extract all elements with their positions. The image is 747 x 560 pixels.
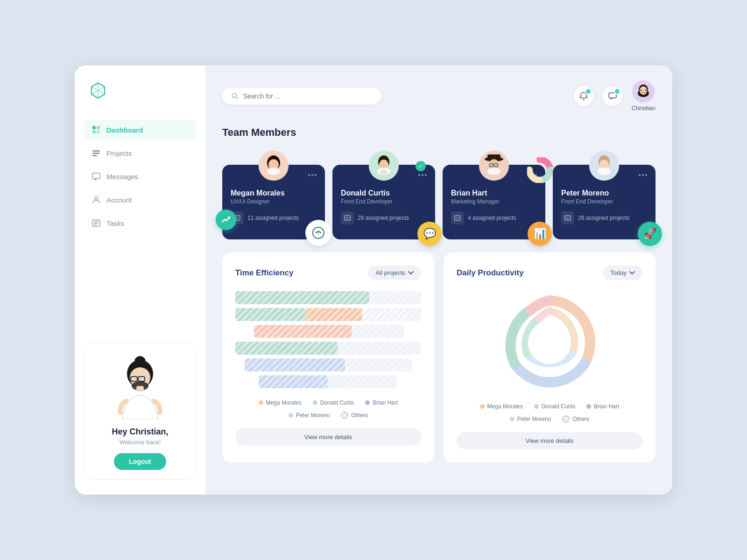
brian-projects: 4 assigned projects [451, 211, 537, 224]
svg-rect-44 [494, 164, 498, 167]
brian-chart-decoration [527, 157, 553, 185]
daily-productivity-card: Daily Productivity Today [444, 252, 655, 462]
svg-rect-43 [489, 164, 493, 167]
project-icon [561, 211, 574, 224]
svg-point-42 [487, 168, 500, 175]
charts-row: Time Efficiency All projects [222, 252, 655, 462]
messages-button[interactable] [603, 86, 622, 106]
svg-point-51 [528, 321, 571, 364]
svg-rect-7 [92, 173, 100, 179]
notification-badge [585, 88, 592, 95]
megan-projects: 11 assigned projects [231, 211, 317, 224]
peter-emoji: 🚀 [638, 222, 662, 246]
prod-legend-brian: Brian Hart [586, 403, 619, 410]
time-efficiency-header: Time Efficiency All projects [235, 266, 421, 280]
search-input[interactable] [243, 92, 372, 100]
user-name-header: Christian [632, 105, 655, 112]
svg-point-29 [267, 168, 280, 175]
logout-button[interactable]: Logout [114, 453, 166, 470]
notifications-button[interactable] [574, 86, 593, 106]
donald-avatar [369, 151, 399, 181]
legend-megan: Mega Morales [259, 399, 302, 406]
svg-point-25 [645, 90, 647, 91]
svg-rect-17 [136, 386, 144, 392]
peter-avatar [589, 151, 619, 181]
search-icon [232, 92, 239, 100]
daily-productivity-view-more[interactable]: View more details [457, 432, 642, 449]
donald-role: Front End Developer [341, 198, 427, 205]
brian-emoji: 📊 [528, 222, 552, 246]
search-bar[interactable] [222, 88, 381, 105]
prod-legend-megan: Mega Morales [480, 403, 523, 410]
peter-name: Peter Moreno [561, 189, 647, 197]
peter-project-count: 28 assigned projects [578, 215, 629, 221]
legend-brian: Brian Hart [365, 399, 398, 406]
svg-rect-0 [92, 126, 96, 129]
brian-avatar [479, 151, 509, 181]
legend-donald: Donald Curtis [313, 399, 354, 406]
sidebar-item-projects[interactable]: Projects [84, 143, 196, 163]
nav-menu: Dashboard Projects [84, 119, 196, 233]
brian-role: Marketing Manager [451, 198, 537, 205]
donald-emoji: 💬 [417, 222, 442, 246]
sidebar-item-account[interactable]: Account [84, 189, 196, 210]
megan-project-count: 11 assigned projects [247, 215, 299, 221]
svg-point-8 [95, 197, 98, 200]
user-avatar [632, 80, 655, 103]
member-card-donald: ✓ Donald Curtis Front End Developer 28 a… [332, 165, 435, 239]
account-label: Account [106, 196, 132, 204]
daily-productivity-filter[interactable]: Today [603, 266, 642, 280]
messages-badge [614, 88, 620, 95]
daily-productivity-legend: Mega Morales Donald Curtis Brian Hart Pe… [457, 403, 642, 423]
time-efficiency-legend: Mega Morales Donald Curtis Brian Hart Pe… [235, 399, 421, 419]
messages-label: Messages [106, 173, 138, 181]
svg-rect-2 [92, 130, 96, 133]
sidebar-item-dashboard[interactable]: Dashboard [84, 119, 196, 140]
member-card-brian: Brian Hart Marketing Manager 4 assigned … [443, 165, 545, 239]
svg-rect-5 [92, 153, 100, 154]
user-welcome-text: Welcome back! [92, 439, 188, 446]
donald-projects: 28 assigned projects [341, 211, 427, 224]
donald-checkmark: ✓ [416, 161, 426, 171]
team-section: Team Members Megan Mo [222, 126, 655, 239]
user-profile-header[interactable]: Christian [632, 80, 655, 112]
svg-rect-37 [345, 216, 350, 220]
account-icon [92, 195, 101, 204]
donut-chart [457, 291, 642, 394]
messages-icon [92, 172, 101, 181]
svg-rect-4 [92, 150, 100, 152]
time-efficiency-view-more[interactable]: View more details [235, 428, 421, 446]
prod-legend-peter: Peter Moreno [510, 415, 551, 423]
brian-name: Brian Hart [451, 189, 537, 197]
projects-icon [92, 148, 101, 158]
user-illustration [112, 354, 168, 420]
time-efficiency-card: Time Efficiency All projects [222, 252, 434, 462]
project-icon [341, 211, 354, 224]
dashboard-label: Dashboard [106, 126, 143, 134]
svg-rect-14 [138, 377, 145, 381]
svg-point-24 [641, 90, 642, 91]
svg-point-36 [377, 168, 390, 175]
team-section-title: Team Members [222, 126, 655, 139]
time-efficiency-chart [235, 291, 421, 388]
legend-others: Others [341, 412, 368, 419]
megan-role: UX/UI Designer [231, 198, 317, 205]
sidebar-item-tasks[interactable]: Tasks [84, 213, 196, 233]
chevron-down-icon [629, 271, 635, 275]
tasks-label: Tasks [106, 219, 124, 227]
time-efficiency-filter[interactable]: All projects [368, 266, 421, 280]
user-profile-card: Hey Christian, Welcome back! Logout [84, 343, 196, 480]
donald-project-count: 28 assigned projects [358, 215, 409, 221]
legend-peter: Peter Moreno [289, 412, 330, 419]
trend-indicator [216, 210, 236, 230]
prod-legend-others: Others [562, 415, 589, 423]
peter-projects: 28 assigned projects [561, 211, 647, 224]
svg-rect-1 [97, 126, 100, 129]
megan-emoji [305, 220, 331, 246]
main-content: Christian Team Members [205, 65, 672, 495]
sidebar-item-messages[interactable]: Messages [84, 166, 196, 187]
member-card-megan: Megan Morales UX/UI Designer 11 assigned… [222, 165, 325, 239]
daily-productivity-title: Daily Productivity [457, 268, 524, 278]
team-members-row: Megan Morales UX/UI Designer 11 assigned… [222, 148, 655, 239]
chevron-down-icon [408, 271, 414, 275]
